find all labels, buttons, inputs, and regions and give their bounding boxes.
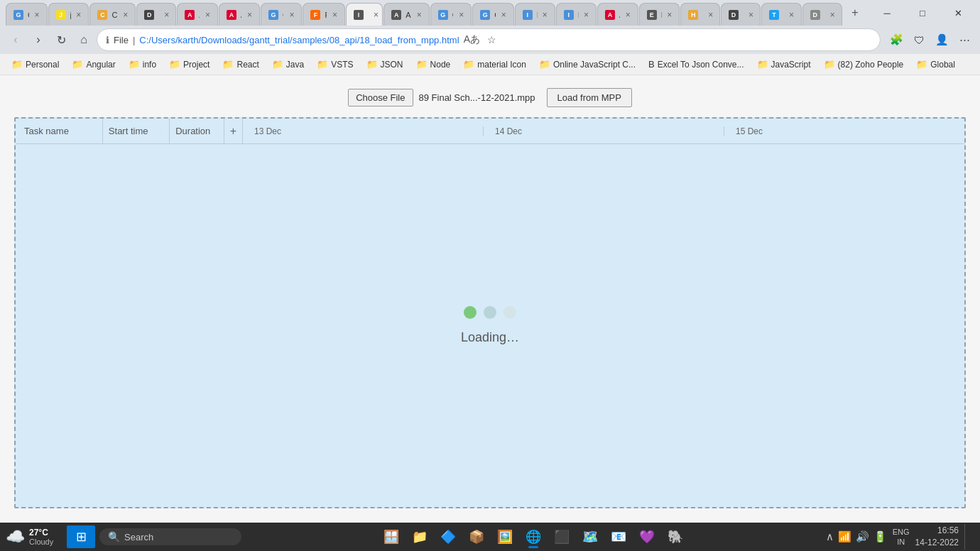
bookmark-label-bm-ojsc: Online JavaScript C...	[553, 60, 636, 70]
minimize-button[interactable]: ─	[871, 3, 903, 23]
tab-close-tab-gantt3[interactable]: ×	[417, 10, 422, 20]
tab-tab-angu3[interactable]: AAngu×	[597, 3, 638, 26]
tab-tab-gantt1[interactable]: GGantt×	[6, 3, 48, 26]
taskbar-app-app-mail[interactable]: 📧	[606, 524, 631, 550]
taskbar-pinned-apps: 🪟📁🔷📦🖼️🌐⬛🗺️📧💜🐘	[379, 524, 688, 550]
bookmark-bm-material[interactable]: 📁material Icon	[457, 57, 532, 72]
tab-close-tab-js[interactable]: ×	[76, 10, 81, 20]
tab-close-tab-expo[interactable]: ×	[667, 10, 672, 20]
maximize-button[interactable]: □	[906, 3, 939, 23]
bookmark-bm-vsts[interactable]: 📁VSTS	[311, 57, 359, 72]
tab-tab-gantt3[interactable]: AA Gantt×	[383, 3, 429, 26]
bookmark-bm-zoho[interactable]: 📁(82) Zoho People	[818, 57, 910, 72]
profile-icon[interactable]: 👤	[932, 30, 952, 50]
bookmark-bm-java[interactable]: 📁Java	[266, 57, 310, 72]
tab-close-tab-top[interactable]: ×	[789, 10, 794, 20]
tab-close-tab-impo2[interactable]: ×	[584, 10, 589, 20]
taskbar-app-app-maps[interactable]: 🗺️	[577, 524, 603, 550]
bookmark-icon-bm-material: 📁	[463, 59, 474, 70]
tab-close-tab-data[interactable]: ×	[830, 10, 835, 20]
forward-button[interactable]: ›	[28, 30, 48, 50]
language-indicator[interactable]: ENG IN	[893, 527, 910, 547]
taskbar-app-app-explorer[interactable]: 🪟	[379, 524, 404, 550]
bookmark-bm-excel[interactable]: BExcel To Json Conve...	[643, 57, 750, 72]
tab-close-tab-gantt1[interactable]: ×	[35, 10, 40, 20]
reload-button[interactable]: ↻	[51, 30, 71, 50]
tab-tab-angu2[interactable]: AAngu×	[219, 3, 260, 26]
taskbar-app-app-cmd[interactable]: ⬛	[549, 524, 575, 550]
load-mpp-button[interactable]: Load from MPP	[547, 88, 632, 107]
bookmark-bm-json[interactable]: 📁JSON	[361, 57, 409, 72]
tab-close-tab-angu1[interactable]: ×	[205, 10, 210, 20]
wifi-icon[interactable]: 📶	[838, 530, 851, 543]
taskbar-app-app-db[interactable]: 🐘	[663, 524, 688, 550]
bookmark-bm-node[interactable]: 📁Node	[410, 57, 457, 72]
tab-tab-fasta[interactable]: FFastA×	[303, 3, 345, 26]
home-button[interactable]: ⌂	[74, 30, 94, 50]
taskbar-app-app-vscode[interactable]: 🔷	[435, 524, 461, 550]
tab-tab-import[interactable]: IIr ××	[346, 3, 383, 26]
tab-close-tab-cons[interactable]: ×	[123, 10, 128, 20]
tab-close-tab-angu2[interactable]: ×	[247, 10, 252, 20]
tab-close-tab-dhth[interactable]: ×	[164, 10, 169, 20]
taskbar-app-app-teams[interactable]: 💜	[634, 524, 660, 550]
tab-close-tab-huvi[interactable]: ×	[708, 10, 713, 20]
choose-file-button[interactable]: Choose File	[348, 89, 413, 107]
tab-close-tab-gantt2[interactable]: ×	[289, 10, 294, 20]
taskbar-app-app-file[interactable]: 📁	[407, 524, 432, 550]
back-button[interactable]: ‹	[6, 30, 26, 50]
tab-tab-impo[interactable]: IImpo×	[515, 3, 555, 26]
taskbar-app-app-edge[interactable]: 🌐	[521, 524, 546, 550]
bookmark-bm-javascript[interactable]: 📁JavaScript	[751, 57, 817, 72]
tab-close-tab-gantt4[interactable]: ×	[459, 10, 464, 20]
volume-icon[interactable]: 🔊	[856, 530, 869, 543]
show-desktop-button[interactable]	[964, 524, 969, 550]
bookmark-bm-global[interactable]: 📁Global	[910, 57, 961, 72]
star-icon[interactable]: ☆	[484, 31, 501, 48]
bookmark-bm-react[interactable]: 📁React	[217, 57, 264, 72]
new-tab-button[interactable]: +	[845, 3, 865, 23]
gantt-col-add-button[interactable]: +	[224, 119, 242, 143]
show-hidden-icon[interactable]: ∧	[826, 530, 834, 543]
battery-icon[interactable]: 🔋	[873, 530, 887, 543]
translate-icon[interactable]: Aあ	[464, 31, 481, 48]
tab-favicon-tab-impo2: I	[564, 10, 574, 20]
system-clock[interactable]: 16:56 14-12-2022	[915, 525, 959, 549]
url-bar[interactable]: ℹ File | C:/Users/karth/Downloads/gantt_…	[97, 28, 881, 51]
tab-tab-angu1[interactable]: AAngu×	[177, 3, 218, 26]
taskbar-app-app-winrar[interactable]: 📦	[464, 524, 489, 550]
start-button[interactable]: ⊞	[67, 525, 95, 548]
bookmark-label-bm-vsts: VSTS	[331, 60, 353, 70]
weather-widget[interactable]: ☁️ 27°C Cloudy	[6, 528, 62, 546]
taskbar-search[interactable]: 🔍 Search	[99, 528, 241, 545]
extensions-icon[interactable]: 🧩	[886, 30, 906, 50]
bookmark-bm-personal[interactable]: 📁Personal	[6, 57, 65, 72]
tab-close-tab-fasta[interactable]: ×	[332, 10, 337, 20]
tab-tab-dhth[interactable]: DDHT×	[136, 3, 176, 26]
tab-tab-gantt5[interactable]: GGantt×	[472, 3, 514, 26]
taskbar-app-app-img[interactable]: 🖼️	[492, 524, 518, 550]
tab-tab-impo2[interactable]: IImpo×	[556, 3, 597, 26]
tab-tab-gantt2[interactable]: GGantt×	[261, 3, 303, 26]
bookmark-bm-ojsc[interactable]: 📁Online JavaScript C...	[533, 57, 641, 72]
loading-dot-2	[484, 306, 496, 319]
tab-tab-gantt4[interactable]: GGantt×	[430, 3, 472, 26]
tab-close-tab-impo[interactable]: ×	[543, 10, 548, 20]
tab-tab-dhth2[interactable]: DDHT×	[721, 3, 761, 26]
tab-tab-top[interactable]: TTop t×	[761, 3, 802, 26]
bookmark-bm-project[interactable]: 📁Project	[163, 57, 215, 72]
tab-tab-cons[interactable]: CCONS |×	[89, 3, 136, 26]
shield-icon[interactable]: 🛡	[909, 30, 929, 50]
tab-tab-huvi[interactable]: HHuvi×	[680, 3, 720, 26]
tab-tab-js[interactable]: Jjavas×	[48, 3, 89, 26]
tab-close-tab-import[interactable]: ×	[374, 10, 379, 20]
tab-tab-expo[interactable]: EExpo×	[639, 3, 680, 26]
tab-close-tab-angu3[interactable]: ×	[626, 10, 631, 20]
tab-close-tab-gantt5[interactable]: ×	[501, 10, 506, 20]
bookmark-bm-angular[interactable]: 📁Angular	[66, 57, 121, 72]
tab-tab-data[interactable]: DData×	[802, 3, 842, 26]
menu-icon[interactable]: ⋯	[954, 30, 974, 50]
tab-close-tab-dhth2[interactable]: ×	[748, 10, 753, 20]
close-button[interactable]: ✕	[942, 3, 974, 23]
bookmark-bm-info[interactable]: 📁info	[123, 57, 162, 72]
